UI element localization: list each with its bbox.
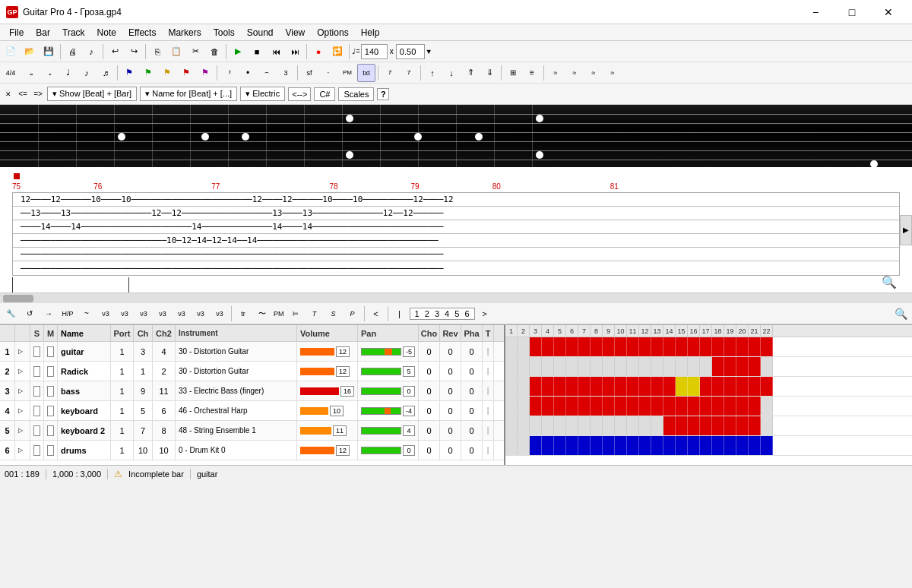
pat-cell-4-4[interactable] (554, 416, 566, 435)
pat-cell-5-12[interactable] (651, 436, 663, 455)
tb2-btn10[interactable]: ν3 (173, 305, 191, 323)
pat-cell-0-2[interactable] (530, 337, 542, 356)
tb2-wavy[interactable]: 〜 (253, 305, 271, 323)
menu-item-view[interactable]: View (279, 24, 311, 41)
pat-cell-2-3[interactable] (542, 377, 554, 396)
pat-cell-0-16[interactable] (700, 337, 712, 356)
pat-cell-2-7[interactable] (591, 377, 603, 396)
menu-item-tools[interactable]: Tools (207, 24, 241, 41)
mute-check[interactable] (47, 346, 54, 357)
name-dropdown[interactable]: ▾ Name for [Beat] + [...] (140, 87, 237, 101)
mute-check[interactable] (47, 366, 54, 377)
pat-cell-4-17[interactable] (712, 416, 724, 435)
cell-expand[interactable]: ▷ (15, 421, 30, 440)
redo-button[interactable]: ↪ (125, 43, 143, 61)
fretboard-display[interactable] (0, 105, 912, 167)
tb2-tapping[interactable]: tr (234, 305, 252, 323)
tb2-btn5[interactable]: ~ (78, 305, 96, 323)
pat-cell-0-17[interactable] (712, 337, 724, 356)
pat-cell-4-13[interactable] (663, 416, 676, 435)
cell-solo[interactable] (30, 401, 44, 420)
cell-instrument[interactable]: 30 - Distortion Guitar (176, 342, 297, 361)
pat-cell-4-0[interactable] (505, 416, 518, 435)
pat-cell-2-15[interactable] (688, 377, 700, 396)
pat-cell-0-11[interactable] (639, 337, 651, 356)
tb2-pipe[interactable]: | (391, 305, 409, 323)
pat-cell-0-9[interactable] (615, 337, 627, 356)
pat-cell-3-5[interactable] (566, 397, 578, 416)
track-row[interactable]: 6 ▷ drums 1 10 10 0 - Drum Kit 0 12 0 0 … (0, 441, 504, 460)
cell-mute[interactable] (44, 362, 58, 381)
pat-cell-4-7[interactable] (591, 416, 603, 435)
pat-cell-3-11[interactable] (639, 397, 651, 416)
pat-cell-2-9[interactable] (615, 377, 627, 396)
cell-pan[interactable]: 4 (358, 421, 419, 440)
track-row[interactable]: 4 ▷ keyboard 1 5 6 46 - Orchestral Harp … (0, 401, 504, 421)
speed-dropdown[interactable]: ▼ (426, 48, 432, 55)
close-button[interactable]: ✕ (871, 0, 906, 24)
tb2-btn8[interactable]: ν3 (135, 305, 153, 323)
pat-cell-2-10[interactable] (627, 377, 639, 396)
cell-instrument[interactable]: 33 - Electric Bass (finger) (176, 381, 297, 400)
pat-cell-5-5[interactable] (566, 436, 578, 455)
solo-check[interactable] (33, 346, 40, 357)
zoom-indicator[interactable]: 🔍 (895, 308, 907, 320)
mute-check[interactable] (47, 445, 54, 456)
pat-cell-1-18[interactable] (724, 357, 736, 376)
cell-t[interactable]: | (483, 362, 494, 381)
pat-cell-4-8[interactable] (603, 416, 615, 435)
pat-cell-4-21[interactable] (761, 416, 773, 435)
pat-cell-5-7[interactable] (591, 436, 603, 455)
pat-cell-2-20[interactable] (749, 377, 761, 396)
pat-cell-5-8[interactable] (603, 436, 615, 455)
pat-cell-5-10[interactable] (627, 436, 639, 455)
mute-check[interactable] (47, 386, 54, 397)
save-button[interactable]: 💾 (40, 43, 58, 61)
chord-list[interactable]: ≡ (523, 64, 541, 82)
pat-cell-1-9[interactable] (615, 357, 627, 376)
menu-item-help[interactable]: Help (355, 24, 386, 41)
tb2-t-btn[interactable]: T (306, 305, 324, 323)
loop-button[interactable]: 🔁 (328, 43, 347, 61)
pat-cell-1-19[interactable] (736, 357, 749, 376)
tb2-btn3[interactable]: → (40, 305, 58, 323)
zoom-icon[interactable]: 🔍 (882, 275, 897, 289)
cell-pan[interactable]: -5 (358, 342, 419, 361)
open-button[interactable]: 📂 (21, 43, 39, 61)
instrument-dropdown[interactable]: ▾ Electric (240, 87, 285, 101)
cell-instrument[interactable]: 0 - Drum Kit 0 (176, 441, 297, 460)
tb2-btn1[interactable]: 🔧 (2, 305, 20, 323)
tempo-input[interactable]: 140 (361, 44, 388, 59)
mute-check[interactable] (47, 425, 54, 436)
tb2-ltarrow[interactable]: < (367, 305, 385, 323)
cell-pan[interactable]: 5 (358, 362, 419, 381)
cell-name[interactable]: guitar (58, 342, 111, 361)
delete-button[interactable]: 🗑 (205, 43, 223, 61)
cell-t[interactable]: | (483, 441, 494, 460)
ffwd-button[interactable]: ⏭ (286, 43, 304, 61)
pat-cell-2-19[interactable] (736, 377, 749, 396)
prev-fret[interactable]: <= (17, 85, 29, 103)
chord-grid[interactable]: ⊞ (504, 64, 522, 82)
pat-cell-3-3[interactable] (542, 397, 554, 416)
tb2-pm-btn[interactable]: ⊨ (287, 305, 305, 323)
cell-name[interactable]: Radick (58, 362, 111, 381)
pat-cell-3-17[interactable] (712, 397, 724, 416)
pat-cell-2-12[interactable] (651, 377, 663, 396)
pat-cell-2-21[interactable] (761, 377, 773, 396)
cell-volume[interactable]: 16 (297, 381, 358, 400)
pat-cell-0-18[interactable] (724, 337, 736, 356)
pat-cell-5-21[interactable] (761, 436, 773, 455)
solo-check[interactable] (33, 425, 40, 436)
pat-cell-4-12[interactable] (651, 416, 663, 435)
cell-volume[interactable]: 12 (297, 441, 358, 460)
cell-pan[interactable]: -4 (358, 401, 419, 420)
menu-item-file[interactable]: File (3, 24, 30, 41)
cell-expand[interactable]: ▷ (15, 401, 30, 420)
pat-cell-0-13[interactable] (663, 337, 676, 356)
pat-cell-1-11[interactable] (639, 357, 651, 376)
pat-cell-4-5[interactable] (566, 416, 578, 435)
cell-mute[interactable] (44, 342, 58, 361)
flag3[interactable]: ⚑ (158, 64, 176, 82)
pat-cell-4-20[interactable] (749, 416, 761, 435)
